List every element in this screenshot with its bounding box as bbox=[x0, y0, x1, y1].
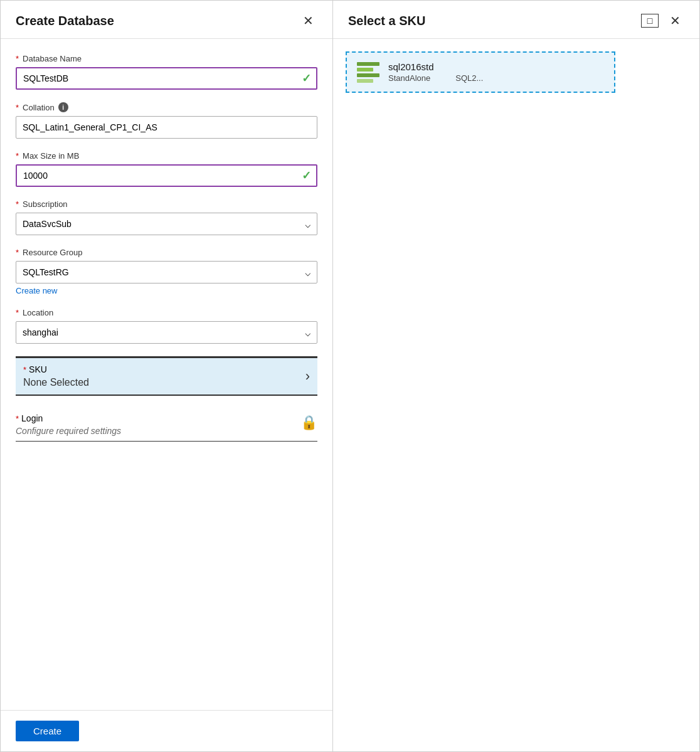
right-panel-title: Select a SKU bbox=[348, 14, 425, 28]
left-panel-header: Create Database ✕ bbox=[1, 1, 332, 39]
sku-label-row: * SKU bbox=[23, 364, 305, 374]
resource-group-select[interactable]: SQLTestRG bbox=[16, 261, 317, 283]
sku-icon-bar-2 bbox=[357, 68, 373, 71]
create-new-link[interactable]: Create new bbox=[16, 286, 57, 295]
collation-info-icon[interactable]: i bbox=[58, 102, 68, 112]
app-container: Create Database ✕ * Database Name ✓ * Co bbox=[0, 0, 700, 752]
resource-group-label: * Resource Group bbox=[16, 248, 317, 257]
create-button[interactable]: Create bbox=[16, 721, 79, 741]
max-size-input[interactable] bbox=[16, 164, 317, 187]
database-name-input[interactable] bbox=[16, 67, 317, 90]
sku-item-icon bbox=[357, 62, 379, 83]
required-star-login: * bbox=[16, 414, 19, 423]
collation-label-text: Collation bbox=[23, 103, 55, 112]
collation-field-group: * Collation i bbox=[16, 102, 317, 139]
sku-label-text: SKU bbox=[29, 364, 47, 374]
left-panel-footer: Create bbox=[1, 710, 332, 751]
max-size-label-text: Max Size in MB bbox=[23, 151, 79, 161]
select-sku-panel: Select a SKU □ ✕ sql2016std StandAlone bbox=[333, 1, 699, 751]
required-star-collation: * bbox=[16, 103, 19, 112]
subscription-select[interactable]: DataSvcSub bbox=[16, 213, 317, 235]
login-label-text: Login bbox=[21, 413, 43, 423]
sku-icon-bar-3 bbox=[357, 73, 379, 77]
sku-chevron-right-icon: › bbox=[305, 368, 310, 384]
login-left-content: * Login Configure required settings bbox=[16, 413, 300, 436]
left-panel-title: Create Database bbox=[16, 14, 114, 28]
login-lock-icon: 🔒 bbox=[300, 415, 317, 431]
sku-item-info: sql2016std StandAlone SQL2... bbox=[388, 61, 604, 83]
left-panel-close-button[interactable]: ✕ bbox=[299, 13, 317, 28]
sku-item-type: StandAlone bbox=[388, 73, 430, 83]
collation-label: * Collation i bbox=[16, 102, 317, 112]
database-name-label-text: Database Name bbox=[23, 54, 82, 63]
subscription-field-group: * Subscription DataSvcSub ⌵ bbox=[16, 199, 317, 235]
right-panel-body: sql2016std StandAlone SQL2... bbox=[333, 39, 699, 751]
right-header-actions: □ ✕ bbox=[641, 13, 684, 28]
database-name-check-icon: ✓ bbox=[302, 71, 311, 85]
maximize-button[interactable]: □ bbox=[641, 14, 659, 28]
database-name-label: * Database Name bbox=[16, 54, 317, 63]
sku-value-text: None Selected bbox=[23, 377, 305, 388]
max-size-check-icon: ✓ bbox=[302, 169, 311, 183]
collation-input[interactable] bbox=[16, 116, 317, 139]
resource-group-select-wrapper: SQLTestRG ⌵ bbox=[16, 261, 317, 283]
location-label: * Location bbox=[16, 308, 317, 317]
sku-item-version: SQL2... bbox=[455, 73, 483, 83]
required-star-db: * bbox=[16, 54, 19, 63]
subscription-label-text: Subscription bbox=[23, 199, 68, 209]
login-field-group: * Login Configure required settings 🔒 bbox=[16, 406, 317, 442]
right-panel-close-button[interactable]: ✕ bbox=[666, 13, 684, 28]
sku-field-group[interactable]: * SKU None Selected › bbox=[16, 357, 317, 396]
location-select[interactable]: shanghai bbox=[16, 321, 317, 344]
sku-item-meta: StandAlone SQL2... bbox=[388, 73, 604, 83]
sku-item-card[interactable]: sql2016std StandAlone SQL2... bbox=[346, 51, 615, 93]
required-star-sku: * bbox=[23, 365, 26, 374]
subscription-select-wrapper: DataSvcSub ⌵ bbox=[16, 213, 317, 235]
required-star-sub: * bbox=[16, 199, 19, 209]
login-label-row: * Login bbox=[16, 413, 300, 423]
max-size-field-group: * Max Size in MB ✓ bbox=[16, 151, 317, 187]
collation-input-wrapper bbox=[16, 116, 317, 139]
sku-icon-bar-1 bbox=[357, 62, 379, 66]
login-placeholder-text: Configure required settings bbox=[16, 426, 300, 436]
location-label-text: Location bbox=[23, 308, 53, 317]
database-name-input-wrapper: ✓ bbox=[16, 67, 317, 90]
resource-group-label-text: Resource Group bbox=[23, 248, 82, 257]
sku-item-name: sql2016std bbox=[388, 61, 604, 72]
right-panel-header: Select a SKU □ ✕ bbox=[333, 1, 699, 39]
subscription-label: * Subscription bbox=[16, 199, 317, 209]
required-star-maxsize: * bbox=[16, 151, 19, 161]
location-select-wrapper: shanghai ⌵ bbox=[16, 321, 317, 344]
required-star-loc: * bbox=[16, 308, 19, 317]
max-size-label: * Max Size in MB bbox=[16, 151, 317, 161]
create-database-panel: Create Database ✕ * Database Name ✓ * Co bbox=[1, 1, 333, 751]
sku-left-content: * SKU None Selected bbox=[23, 364, 305, 388]
resource-group-field-group: * Resource Group SQLTestRG ⌵ Create new bbox=[16, 248, 317, 295]
max-size-input-wrapper: ✓ bbox=[16, 164, 317, 187]
database-name-field-group: * Database Name ✓ bbox=[16, 54, 317, 90]
location-field-group: * Location shanghai ⌵ bbox=[16, 308, 317, 344]
required-star-rg: * bbox=[16, 248, 19, 257]
sku-icon-bar-4 bbox=[357, 79, 373, 83]
left-panel-body: * Database Name ✓ * Collation i bbox=[1, 39, 332, 710]
